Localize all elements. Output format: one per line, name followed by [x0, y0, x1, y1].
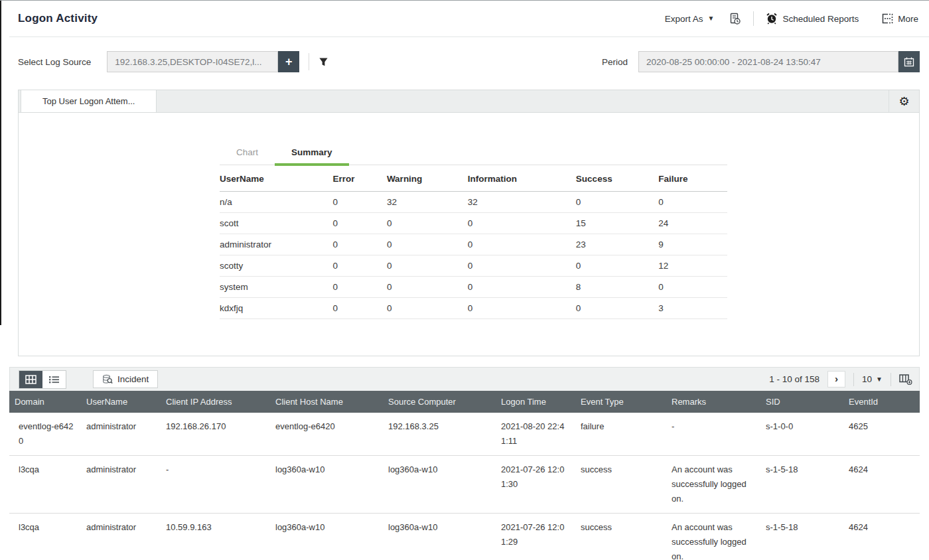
summary-cell-success: 0: [576, 255, 659, 277]
add-log-source-button[interactable]: +: [278, 51, 299, 72]
more-menu-button[interactable]: More: [881, 13, 918, 24]
tab-top-user-logon-attempts[interactable]: Top User Logon Attem...: [21, 90, 157, 112]
report-tabstrip: Top User Logon Attem... ⚙: [19, 90, 919, 113]
cell-eventid: 4624: [843, 514, 920, 560]
tab-summary[interactable]: Summary: [275, 143, 349, 166]
alarm-clock-icon: [766, 13, 778, 25]
cell-remarks: An account was successfully logged on.: [666, 514, 760, 560]
summary-column-header: Information: [468, 167, 576, 192]
log-source-label: Select Log Source: [18, 57, 91, 67]
grid-view-button[interactable]: [19, 371, 42, 388]
event-row[interactable]: eventlog-e6420 administrator 192.168.26.…: [9, 413, 920, 456]
report-panel: Top User Logon Attem... ⚙ Chart Summary …: [18, 90, 920, 356]
cell-source-computer: 192.168.3.25: [383, 413, 496, 456]
page-size-dropdown[interactable]: 10 ▼: [862, 374, 883, 384]
cell-remarks: An account was successfully logged on.: [666, 456, 760, 514]
summary-cell-username: kdxfjq: [220, 298, 333, 319]
cell-eventid: 4625: [843, 413, 920, 456]
cell-domain: eventlog-e6420: [9, 413, 81, 456]
cell-domain: l3cqa: [9, 514, 81, 560]
summary-cell-failure: 9: [658, 234, 727, 255]
cell-username: administrator: [81, 456, 161, 514]
cell-logon-time: 2021-08-20 22:41:11: [496, 413, 575, 456]
chart-summary-tabs: Chart Summary: [220, 143, 727, 165]
log-source-input[interactable]: 192.168.3.25,DESKTOP-I04SE72,l...: [107, 51, 278, 72]
export-as-label: Export As: [665, 14, 703, 24]
summary-cell-username: n/a: [220, 192, 333, 213]
events-column-header: Remarks: [666, 391, 760, 413]
page-size-value: 10: [862, 374, 872, 384]
next-page-button[interactable]: ›: [827, 371, 845, 387]
scheduled-reports-label: Scheduled Reports: [782, 14, 859, 24]
pagination-text: 1 - 10 of 158: [769, 374, 820, 384]
summary-cell-success: 0: [576, 192, 659, 213]
filter-funnel-icon[interactable]: [319, 57, 328, 67]
list-view-button[interactable]: [42, 371, 66, 388]
events-column-header: Source Computer: [383, 391, 496, 413]
cell-sid: s-1-5-18: [760, 456, 843, 514]
summary-cell-information: 32: [468, 192, 576, 213]
summary-cell-information: 0: [468, 298, 576, 319]
more-label: More: [898, 14, 918, 24]
header-divider: [753, 11, 754, 26]
summary-column-header: Warning: [387, 167, 468, 192]
period-input[interactable]: 2020-08-25 00:00:00 - 2021-08-24 13:50:4…: [638, 51, 898, 72]
cell-client-ip: -: [161, 456, 270, 514]
calendar-icon: [904, 56, 914, 67]
events-table: DomainUserNameClient IP AddressClient Ho…: [9, 391, 920, 560]
events-column-header: Logon Time: [496, 391, 575, 413]
cell-event-type: success: [575, 514, 666, 560]
export-history-icon[interactable]: [729, 13, 741, 25]
incident-button[interactable]: Incident: [93, 370, 158, 388]
summary-cell-error: 0: [333, 277, 387, 298]
calendar-button[interactable]: [898, 51, 920, 72]
period-label: Period: [602, 57, 628, 67]
summary-cell-error: 0: [333, 234, 387, 255]
summary-cell-warning: 32: [387, 192, 468, 213]
summary-cell-success: 23: [576, 234, 659, 255]
incident-label: Incident: [117, 374, 149, 384]
summary-cell-warning: 0: [387, 298, 468, 319]
view-toggle-group: [19, 370, 66, 389]
summary-cell-information: 0: [468, 234, 576, 255]
event-row[interactable]: l3cqa administrator 10.59.9.163 log360a-…: [9, 514, 920, 560]
add-column-button[interactable]: [899, 374, 912, 385]
gear-icon: ⚙: [898, 94, 909, 109]
events-toolbar: Incident 1 - 10 of 158 › 10 ▼: [9, 367, 920, 391]
event-row[interactable]: l3cqa administrator - log360a-w10 log360…: [9, 456, 920, 514]
tab-chart[interactable]: Chart: [220, 143, 275, 165]
cell-sid: s-1-0-0: [760, 413, 843, 456]
summary-table: UserNameErrorWarningInformationSuccessFa…: [220, 167, 727, 319]
cell-event-type: failure: [575, 413, 666, 456]
logon-activity-page: Logon Activity Export As ▼: [0, 0, 929, 560]
cell-logon-time: 2021-07-26 12:01:29: [496, 514, 575, 560]
summary-cell-warning: 0: [387, 277, 468, 298]
summary-row: administrator 0 0 0 23 9: [220, 234, 727, 255]
events-column-header: Client Host Name: [270, 391, 383, 413]
cell-client-ip: 192.168.26.170: [161, 413, 270, 456]
events-section: Incident 1 - 10 of 158 › 10 ▼: [9, 367, 920, 560]
page-title: Logon Activity: [18, 12, 98, 25]
cell-domain: l3cqa: [9, 456, 81, 514]
page-header: Logon Activity Export As ▼: [0, 1, 929, 36]
summary-row: scotty 0 0 0 0 12: [220, 255, 727, 277]
more-icon: [881, 13, 893, 24]
summary-cell-failure: 12: [658, 255, 727, 277]
events-column-header: UserName: [81, 391, 161, 413]
cell-remarks: -: [666, 413, 760, 456]
summary-cell-error: 0: [333, 255, 387, 277]
cell-username: administrator: [81, 514, 161, 560]
summary-header-row: UserNameErrorWarningInformationSuccessFa…: [220, 167, 727, 192]
scheduled-reports-button[interactable]: Scheduled Reports: [766, 13, 859, 25]
cell-logon-time: 2021-07-26 12:01:30: [496, 456, 575, 514]
summary-cell-information: 0: [468, 213, 576, 234]
summary-cell-error: 0: [333, 192, 387, 213]
panel-settings-button[interactable]: ⚙: [889, 90, 919, 112]
summary-cell-failure: 0: [658, 277, 727, 298]
summary-cell-warning: 0: [387, 255, 468, 277]
cell-eventid: 4624: [843, 456, 920, 514]
export-as-dropdown[interactable]: Export As ▼: [665, 14, 715, 24]
events-column-header: Client IP Address: [161, 391, 270, 413]
summary-cell-username: scott: [220, 213, 333, 234]
cell-source-computer: log360a-w10: [383, 456, 496, 514]
